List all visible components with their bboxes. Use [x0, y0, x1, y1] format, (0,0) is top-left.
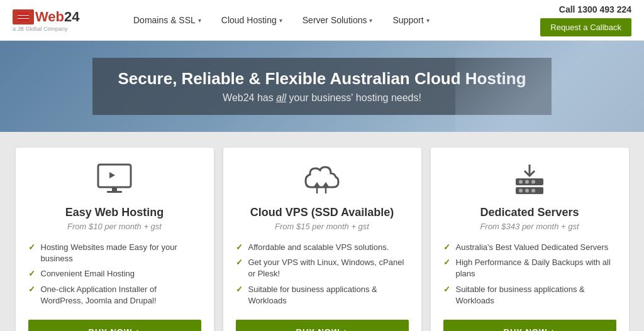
- card-cloud-vps-title: Cloud VPS (SSD Available): [250, 206, 394, 219]
- feature-item: Suitable for business applications & Wor…: [236, 282, 409, 308]
- cards-section: Easy Web Hosting From $10 per month + gs…: [0, 132, 644, 331]
- card-dedicated-features: Australia's Best Valued Dedicated Server…: [443, 240, 616, 308]
- svg-point-16: [519, 189, 523, 193]
- card-web-hosting-features: Hosting Websites made Easy for your busi…: [28, 240, 201, 308]
- feature-item: Suitable for business applications & Wor…: [443, 282, 616, 308]
- nav-item-domains[interactable]: Domains & SSL ▾: [126, 10, 209, 30]
- flag-icon: [18, 13, 29, 21]
- svg-marker-7: [109, 172, 115, 178]
- feature-item: Australia's Best Valued Dedicated Server…: [443, 240, 616, 255]
- nav-item-cloud-hosting[interactable]: Cloud Hosting ▾: [214, 10, 290, 30]
- card-cloud-vps-features: Affordable and scalable VPS solutions. G…: [236, 240, 409, 308]
- feature-item: One-click Application Installer of WordP…: [28, 282, 201, 308]
- logo-area: Web24 a JB Global Company: [13, 9, 113, 32]
- svg-rect-3: [18, 19, 29, 21]
- feature-item: Convenient Email Hosting: [28, 266, 201, 281]
- monitor-icon: [96, 163, 133, 198]
- nav-item-support[interactable]: Support ▾: [385, 10, 436, 30]
- feature-item: Hosting Websites made Easy for your busi…: [28, 240, 201, 266]
- chevron-down-icon: ▾: [198, 17, 201, 24]
- header: Web24 a JB Global Company Domains & SSL …: [0, 0, 644, 41]
- svg-point-17: [525, 189, 529, 193]
- chevron-down-icon: ▾: [426, 17, 430, 24]
- svg-rect-4: [98, 165, 131, 187]
- card-dedicated-title: Dedicated Servers: [480, 206, 579, 219]
- card-dedicated-price: From $343 per month + gst: [480, 222, 579, 231]
- svg-rect-5: [112, 187, 117, 191]
- card-web-hosting-title: Easy Web Hosting: [65, 206, 164, 219]
- buy-cloud-vps-button[interactable]: BUY NOW +: [236, 320, 409, 331]
- svg-point-14: [531, 180, 535, 184]
- svg-point-13: [525, 180, 529, 184]
- cloud-upload-icon: [302, 163, 342, 198]
- nav-item-server-solutions[interactable]: Server Solutions ▾: [295, 10, 380, 30]
- feature-item: Affordable and scalable VPS solutions.: [236, 240, 409, 255]
- logo-sub: a JB Global Company: [13, 26, 68, 32]
- monitor-svg-icon: [96, 163, 133, 196]
- card-web-hosting-price: From $10 per month + gst: [67, 222, 162, 231]
- hero-em: all: [276, 92, 286, 103]
- server-icon: [511, 163, 548, 198]
- hero-section: Secure, Reliable & Flexible Australian C…: [0, 41, 644, 132]
- main-nav: Domains & SSL ▾ Cloud Hosting ▾ Server S…: [126, 10, 506, 30]
- phone-number: Call 1300 493 224: [559, 4, 631, 14]
- card-cloud-vps: Cloud VPS (SSD Available) From $15 per m…: [223, 148, 421, 331]
- cloud-upload-svg-icon: [302, 163, 342, 196]
- hero-bg-decoration: [455, 41, 644, 132]
- buy-web-hosting-button[interactable]: BUY NOW +: [28, 320, 201, 331]
- callback-button[interactable]: Request a Callback: [540, 18, 631, 36]
- buy-dedicated-button[interactable]: BUY NOW +: [443, 320, 616, 331]
- chevron-down-icon: ▾: [369, 17, 372, 24]
- card-dedicated-servers: Dedicated Servers From $343 per month + …: [431, 148, 629, 331]
- feature-item: High Performance & Daily Backups with al…: [443, 255, 616, 281]
- svg-point-12: [519, 180, 523, 184]
- logo-icon: [13, 9, 34, 24]
- svg-rect-1: [18, 13, 29, 15]
- svg-rect-2: [18, 16, 29, 18]
- svg-point-18: [531, 189, 535, 193]
- server-svg-icon: [511, 163, 548, 196]
- feature-item: Get your VPS with Linux, Windows, cPanel…: [236, 255, 409, 281]
- logo-wrap: Web24 a JB Global Company: [13, 9, 80, 32]
- card-cloud-vps-price: From $15 per month + gst: [275, 222, 369, 231]
- header-right: Call 1300 493 224 Request a Callback: [506, 4, 631, 36]
- card-web-hosting: Easy Web Hosting From $10 per month + gs…: [16, 148, 214, 331]
- logo-text: Web24: [35, 9, 80, 25]
- chevron-down-icon: ▾: [279, 17, 282, 24]
- svg-rect-6: [107, 191, 122, 193]
